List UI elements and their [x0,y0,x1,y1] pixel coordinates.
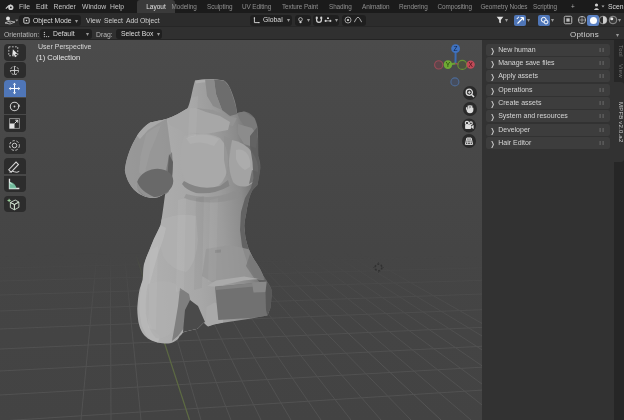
svg-text:X: X [468,61,473,68]
svg-text:Z: Z [454,45,458,52]
svg-text:Y: Y [446,61,451,68]
